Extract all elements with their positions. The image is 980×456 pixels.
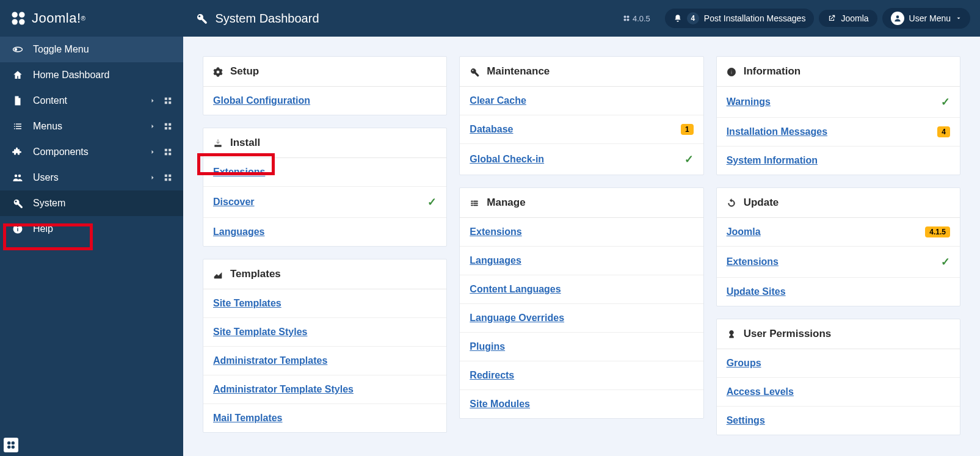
card-title: Install — [230, 137, 260, 149]
link-site-templates[interactable]: Site Templates — [213, 298, 281, 309]
card-header: Setup — [203, 57, 446, 87]
card-icon — [213, 137, 223, 149]
grid-icon[interactable] — [164, 148, 172, 156]
sidebar-item-users[interactable]: Users — [0, 165, 183, 190]
user-menu-label: User Menu — [909, 13, 951, 23]
card-header: Manage — [460, 188, 703, 218]
link-settings[interactable]: Settings — [727, 415, 765, 426]
notifications-pill[interactable]: 4 Post Installation Messages — [665, 9, 815, 28]
site-link-label: Joomla — [841, 13, 868, 23]
svg-rect-19 — [165, 149, 167, 151]
link-installation-messages[interactable]: Installation Messages — [727, 126, 827, 137]
mini-logo[interactable] — [4, 438, 18, 452]
card-header: Maintenance — [460, 57, 703, 87]
page-title-text: System Dashboard — [215, 12, 319, 26]
link-global-check-in[interactable]: Global Check-in — [470, 154, 544, 165]
sidebar-item-system[interactable]: System — [0, 190, 183, 216]
link-groups[interactable]: Groups — [727, 358, 761, 369]
link-redirects[interactable]: Redirects — [470, 370, 514, 381]
info-icon — [11, 223, 24, 235]
card-row: Joomla4.1.5 — [717, 218, 960, 247]
user-icon — [891, 12, 904, 25]
link-extensions[interactable]: Extensions — [727, 256, 779, 267]
badge: 4 — [937, 126, 950, 137]
svg-point-10 — [15, 48, 18, 51]
svg-rect-24 — [169, 175, 171, 177]
link-update-sites[interactable]: Update Sites — [727, 286, 786, 297]
card-title: Manage — [487, 197, 525, 209]
card-title: Templates — [230, 268, 281, 280]
site-link-pill[interactable]: Joomla — [819, 10, 877, 27]
svg-rect-18 — [169, 127, 171, 129]
sidebar-toggle[interactable]: Toggle Menu — [0, 37, 183, 62]
card-row: Mail Templates — [203, 404, 446, 432]
card-maintenance: MaintenanceClear CacheDatabase1Global Ch… — [459, 56, 703, 175]
card-row: Installation Messages4 — [717, 118, 960, 147]
card-icon — [470, 65, 479, 78]
wrench-icon — [11, 198, 24, 209]
sidebar-item-label: Content — [33, 95, 149, 106]
link-mail-templates[interactable]: Mail Templates — [213, 413, 283, 424]
puzzle-icon — [11, 147, 24, 158]
sidebar-item-content[interactable]: Content — [0, 88, 183, 114]
link-global-configuration[interactable]: Global Configuration — [213, 95, 310, 106]
chevron-right-icon — [149, 97, 156, 104]
link-content-languages[interactable]: Content Languages — [470, 284, 561, 295]
toggle-icon — [11, 44, 24, 56]
svg-rect-17 — [165, 127, 167, 129]
card-row: Clear Cache — [460, 87, 703, 115]
svg-rect-21 — [165, 153, 167, 155]
svg-rect-25 — [165, 178, 167, 181]
sidebar-item-label: Help — [33, 223, 172, 234]
grid-icon[interactable] — [164, 173, 172, 182]
svg-rect-29 — [17, 226, 18, 228]
link-extensions[interactable]: Extensions — [470, 226, 521, 237]
link-joomla[interactable]: Joomla — [727, 226, 761, 237]
user-menu-pill[interactable]: User Menu — [882, 8, 970, 29]
link-warnings[interactable]: Warnings — [727, 96, 771, 107]
link-administrator-templates[interactable]: Administrator Templates — [213, 355, 327, 366]
badge: 4.1.5 — [925, 226, 950, 237]
link-database[interactable]: Database — [470, 124, 513, 135]
notification-label: Post Installation Messages — [704, 13, 806, 23]
link-plugins[interactable]: Plugins — [470, 341, 505, 352]
home-icon — [11, 70, 24, 81]
link-system-information[interactable]: System Information — [727, 155, 818, 166]
chevron-right-icon — [149, 174, 156, 181]
chevron-down-icon — [956, 15, 962, 21]
grid-icon[interactable] — [164, 96, 172, 105]
link-extensions[interactable]: Extensions — [213, 167, 265, 178]
link-administrator-template-styles[interactable]: Administrator Template Styles — [213, 384, 354, 395]
link-clear-cache[interactable]: Clear Cache — [470, 95, 526, 106]
link-languages[interactable]: Languages — [470, 255, 521, 266]
svg-rect-15 — [165, 123, 167, 126]
check-icon: ✓ — [941, 255, 950, 269]
link-languages[interactable]: Languages — [213, 226, 264, 237]
link-site-modules[interactable]: Site Modules — [470, 399, 530, 410]
grid-icon[interactable] — [164, 122, 172, 131]
card-user-permissions: User PermissionsGroupsAccess LevelsSetti… — [716, 319, 960, 435]
card-row: Site Modules — [460, 390, 703, 418]
card-header: Templates — [203, 259, 446, 289]
check-icon: ✓ — [427, 195, 437, 209]
card-header: Update — [717, 188, 960, 218]
sidebar-item-help[interactable]: Help — [0, 216, 183, 242]
card-row: Language Overrides — [460, 304, 703, 333]
logo[interactable]: Joomla!® — [10, 10, 85, 27]
external-link-icon — [827, 14, 836, 23]
svg-point-4 — [623, 16, 626, 18]
link-language-overrides[interactable]: Language Overrides — [470, 313, 564, 324]
link-access-levels[interactable]: Access Levels — [727, 386, 794, 397]
link-discover[interactable]: Discover — [213, 197, 255, 208]
sidebar-item-menus[interactable]: Menus — [0, 114, 183, 139]
card-row: System Information — [717, 147, 960, 175]
version-indicator: 4.0.5 — [623, 14, 650, 23]
page-title: System Dashboard — [195, 12, 319, 26]
link-site-template-styles[interactable]: Site Template Styles — [213, 327, 307, 338]
card-row: Plugins — [460, 333, 703, 361]
sidebar-item-components[interactable]: Components — [0, 139, 183, 165]
svg-point-8 — [896, 15, 899, 18]
badge: 1 — [681, 124, 694, 135]
sidebar-item-home-dashboard[interactable]: Home Dashboard — [0, 62, 183, 88]
svg-point-7 — [626, 19, 629, 21]
